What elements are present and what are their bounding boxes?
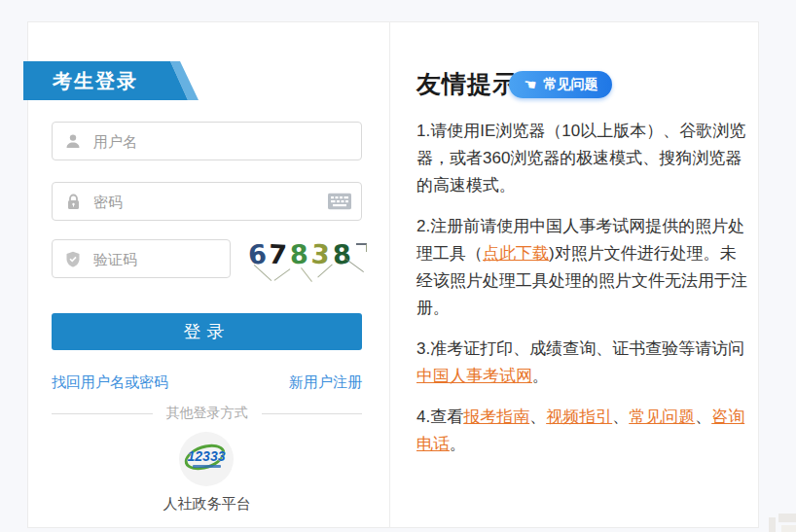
platform-label: 人社政务平台: [52, 495, 362, 514]
captcha-image[interactable]: 67838: [243, 233, 370, 284]
tip-text: 、: [695, 408, 711, 426]
tips-title: 友情提示: [416, 68, 518, 100]
shield-icon: [64, 250, 82, 267]
keyboard-icon[interactable]: [328, 194, 351, 210]
tip-text: 、: [612, 408, 629, 426]
tip-link[interactable]: 报考指南: [463, 408, 529, 426]
captcha-digit: 8: [290, 239, 312, 270]
12333-logo[interactable]: 12333: [179, 432, 234, 486]
lock-icon: [64, 193, 82, 210]
logo-subtext-bar: [193, 465, 221, 468]
tip-text: 3.准考证打印、成绩查询、证书查验等请访问: [416, 339, 744, 358]
username-input[interactable]: [53, 123, 361, 160]
corner-watermark: [781, 525, 796, 532]
other-login-divider: 其他登录方式: [52, 405, 362, 422]
tip-link[interactable]: 中国人事考试网: [416, 367, 532, 385]
user-icon: [64, 132, 82, 150]
tip-text: 。: [532, 367, 549, 385]
captcha-digit: 7: [269, 238, 291, 269]
login-title-banner: 考生登录: [23, 61, 218, 100]
captcha-noise-line: [274, 268, 291, 281]
password-field: [52, 182, 362, 221]
hand-pointer-icon: ☚: [523, 75, 538, 94]
new-user-register-link[interactable]: 新用户注册: [289, 373, 362, 392]
forgot-credentials-link[interactable]: 找回用户名或密码: [52, 373, 168, 392]
tip-link[interactable]: 常见问题: [629, 408, 695, 426]
captcha-noise-line: [301, 267, 312, 282]
tip-item: 3.准考证打印、成绩查询、证书查验等请访问中国人事考试网。: [416, 336, 747, 390]
captcha-digit: 8: [332, 238, 354, 269]
username-field: [52, 122, 362, 160]
corner-watermark: [778, 514, 796, 522]
captcha-noise-mark: [356, 243, 367, 252]
other-login-label: 其他登录方式: [153, 405, 262, 422]
page-background: 考生登录 67838 登录 找回用户名或密码 新用户注册: [0, 0, 796, 532]
divider-line: [262, 413, 363, 414]
faq-button-label: 常见问题: [543, 76, 597, 93]
captcha-field: [52, 239, 231, 278]
account-links-row: 找回用户名或密码 新用户注册: [52, 373, 362, 392]
captcha-digit: 6: [246, 238, 270, 269]
tip-item: 2.注册前请使用中国人事考试网提供的照片处理工具（点此下载)对照片文件进行处理。…: [416, 213, 747, 322]
tip-item: 1.请使用IE浏览器（10以上版本）、谷歌浏览器，或者360浏览器的极速模式、搜…: [416, 118, 747, 199]
corner-watermark: [769, 517, 776, 532]
login-button[interactable]: 登录: [52, 313, 362, 350]
tip-text: 4.查看: [416, 408, 463, 426]
tips-list: 1.请使用IE浏览器（10以上版本）、谷歌浏览器，或者360浏览器的极速模式、搜…: [416, 118, 747, 472]
tip-link[interactable]: 视频指引: [546, 408, 612, 426]
tip-text: 。: [450, 435, 466, 453]
tip-item: 4.查看报考指南、视频指引、常见问题、咨询电话。: [416, 404, 747, 458]
password-input[interactable]: [53, 183, 361, 220]
divider-line: [52, 413, 153, 414]
captcha-code: 67838: [247, 239, 354, 269]
panel-divider: [389, 21, 390, 528]
faq-button[interactable]: ☚ 常见问题: [509, 71, 612, 98]
tip-text: 、: [529, 408, 546, 426]
tip-link[interactable]: 点此下载: [483, 244, 549, 263]
logo-number: 12333: [179, 448, 234, 464]
tip-text: 1.请使用IE浏览器（10以上版本）、谷歌浏览器，或者360浏览器的极速模式、搜…: [416, 122, 745, 195]
